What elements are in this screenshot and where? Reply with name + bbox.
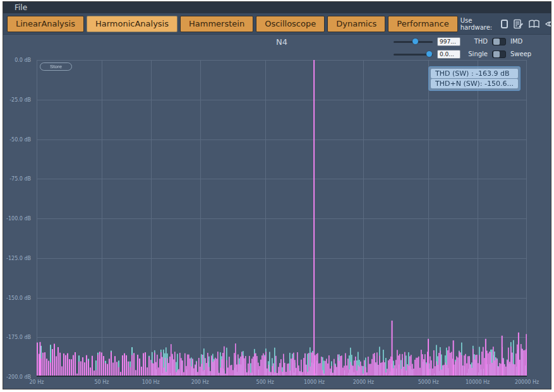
y-axis-tick-label: -25.0 dB (9, 97, 31, 103)
tab-performance[interactable]: Performance (388, 16, 457, 32)
eye-icon[interactable] (545, 18, 551, 30)
single-sweep-toggle[interactable] (492, 50, 506, 58)
analysis-controls: 997... THD IMD 0.0... Single (394, 36, 534, 61)
app-window: File LinearAnalysis HarmonicAnalysis Ham… (3, 1, 551, 389)
sweep-label: Sweep (510, 50, 534, 57)
thdn-readout-line: THD+N (SW): -150.6... (431, 79, 518, 88)
tab-dynamics[interactable]: Dynamics (327, 16, 385, 32)
x-axis-tick-label: 5000 Hz (412, 379, 444, 385)
single-label: Single (465, 50, 488, 57)
edit-notes-icon[interactable] (512, 18, 524, 30)
y-axis-tick-label: -150.0 dB (6, 295, 31, 301)
thd-imd-toggle[interactable] (492, 38, 506, 45)
toggle-knob (493, 39, 500, 45)
y-axis-tick-label: -175.0 dB (6, 335, 31, 340)
y-axis-tick-label: -75.0 dB (9, 176, 31, 182)
y-axis-tick-label: -125.0 dB (6, 256, 31, 261)
x-axis-tick-label: 200 Hz (184, 379, 216, 385)
frequency-slider[interactable] (394, 38, 433, 45)
x-axis-tick-label: 500 Hz (250, 379, 281, 385)
use-hardware-label: Use hardware: (461, 17, 495, 31)
file-menu[interactable]: File (3, 3, 27, 12)
thd-readout-box: THD (SW) : -163.9 dB THD+N (SW): -150.6.… (428, 66, 521, 91)
use-hardware-checkbox[interactable] (501, 20, 508, 28)
title-bar: File (3, 2, 551, 13)
slider-thumb[interactable] (426, 51, 432, 57)
screen: File LinearAnalysis HarmonicAnalysis Ham… (0, 0, 554, 392)
imd-label: IMD (510, 38, 534, 45)
level-value-box[interactable]: 0.0... (437, 50, 461, 59)
x-axis-tick-label: 20000 Hz (511, 379, 543, 385)
tab-oscilloscope[interactable]: Oscilloscope (256, 16, 325, 32)
y-axis-tick-label: 0.0 dB (15, 57, 31, 63)
store-button[interactable]: Store (40, 62, 72, 71)
y-axis-tick-label: -50.0 dB (9, 137, 31, 143)
y-axis-tick-label: -100.0 dB (6, 216, 31, 222)
x-axis-tick-label: 20 Hz (21, 379, 52, 385)
frequency-control-row: 997... THD IMD (394, 36, 534, 47)
thd-label: THD (465, 38, 488, 45)
book-icon[interactable] (528, 18, 540, 30)
level-slider[interactable] (394, 50, 433, 58)
x-axis-labels: 20 Hz50 Hz100 Hz200 Hz500 Hz1000 Hz2000 … (37, 379, 527, 387)
spectrum-plot (37, 60, 527, 377)
x-axis-tick-label: 10000 Hz (462, 379, 493, 385)
frequency-value-box[interactable]: 997... (437, 37, 461, 46)
tab-harmonic-analysis[interactable]: HarmonicAnalysis (87, 16, 178, 32)
hardware-toolbar: Use hardware: (461, 17, 551, 31)
x-axis-tick-label: 1000 Hz (298, 379, 330, 385)
x-axis-tick-label: 2000 Hz (347, 379, 379, 385)
tab-linear-analysis[interactable]: LinearAnalysis (7, 16, 84, 32)
slider-thumb[interactable] (412, 39, 418, 44)
main-content: N4 997... THD IMD (3, 35, 551, 389)
tab-bar: LinearAnalysis HarmonicAnalysis Hammerst… (3, 13, 551, 35)
x-axis-tick-label: 50 Hz (86, 379, 117, 385)
tab-hammerstein[interactable]: Hammerstein (180, 16, 253, 32)
toggle-knob (493, 51, 500, 57)
y-axis-labels: 0.0 dB-25.0 dB-50.0 dB-75.0 dB-100.0 dB-… (3, 60, 34, 383)
level-control-row: 0.0... Single Sweep (394, 49, 534, 59)
x-axis-tick-label: 100 Hz (135, 379, 167, 385)
thd-readout-line: THD (SW) : -163.9 dB (431, 69, 518, 78)
